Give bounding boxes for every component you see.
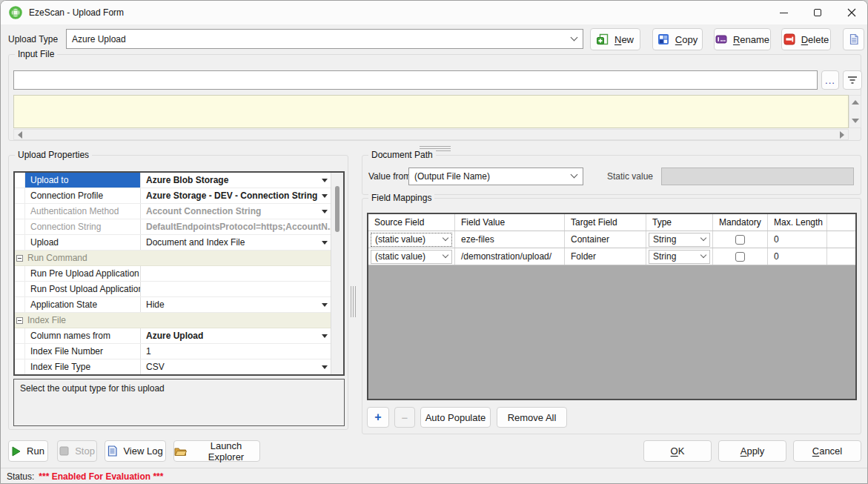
launch-explorer-button[interactable]: Launch Explorer bbox=[173, 440, 260, 462]
collapse-icon[interactable] bbox=[16, 255, 23, 262]
scroll-down-icon[interactable] bbox=[852, 119, 859, 123]
input-file-field[interactable] bbox=[13, 70, 818, 90]
property-value[interactable]: Azure Storage - DEV - Connection String bbox=[141, 188, 331, 203]
dropdown-arrow-icon[interactable] bbox=[322, 365, 328, 369]
property-name: Upload to bbox=[25, 173, 141, 188]
run-button[interactable]: Run bbox=[8, 440, 48, 462]
remove-mapping-button[interactable]: − bbox=[394, 407, 415, 428]
source-field-combobox[interactable]: (static value) bbox=[371, 250, 452, 264]
copy-button[interactable]: Copy bbox=[652, 28, 703, 50]
property-grid-rows: Upload toAzure Blob StorageConnection Pr… bbox=[15, 173, 331, 374]
field-mappings-table[interactable]: Source FieldField ValueTarget FieldTypeM… bbox=[367, 213, 857, 400]
property-row-column-names-from[interactable]: Column names fromAzure Upload bbox=[15, 328, 331, 344]
dropdown-arrow-icon[interactable] bbox=[322, 334, 328, 338]
property-row-connection-profile[interactable]: Connection ProfileAzure Storage - DEV - … bbox=[15, 188, 331, 204]
log-document-icon bbox=[107, 445, 117, 457]
source-field-cell: (static value) bbox=[368, 248, 455, 265]
upload-type-combobox[interactable]: Azure Upload bbox=[66, 29, 583, 49]
scroll-left-icon[interactable] bbox=[18, 131, 22, 139]
property-category-index-file[interactable]: Index File bbox=[15, 313, 331, 328]
notes-button[interactable] bbox=[843, 28, 864, 50]
property-row-upload-to[interactable]: Upload toAzure Blob Storage bbox=[15, 173, 331, 188]
delete-button[interactable]: Delete bbox=[781, 28, 831, 50]
file-list-horizontal-scrollbar[interactable] bbox=[13, 129, 849, 140]
field-value-cell[interactable]: /demonstration/upload/ bbox=[455, 248, 565, 265]
property-value[interactable] bbox=[141, 282, 331, 296]
max-length-cell[interactable]: 0 bbox=[768, 231, 827, 248]
target-field-cell[interactable]: Container bbox=[565, 231, 646, 248]
dropdown-arrow-icon[interactable] bbox=[322, 194, 328, 198]
rename-button[interactable]: Rename bbox=[714, 28, 771, 50]
property-value[interactable]: CSV bbox=[141, 359, 331, 374]
file-list-vertical-scrollbar[interactable] bbox=[849, 95, 861, 128]
upload-properties-label: Upload Properties bbox=[15, 150, 92, 160]
status-label: Status: bbox=[7, 471, 34, 482]
stop-icon bbox=[59, 446, 69, 456]
property-row-index-file-type[interactable]: Index File TypeCSV bbox=[15, 359, 331, 375]
property-grid[interactable]: Upload toAzure Blob StorageConnection Pr… bbox=[13, 171, 345, 376]
property-grid-scrollbar[interactable] bbox=[331, 173, 343, 374]
property-row-upload[interactable]: UploadDocument and Index File bbox=[15, 235, 331, 251]
add-mapping-button[interactable]: + bbox=[367, 407, 389, 428]
target-field-cell[interactable]: Folder bbox=[565, 248, 646, 265]
type-combobox[interactable]: String bbox=[649, 233, 710, 247]
apply-button[interactable]: Apply bbox=[718, 440, 786, 462]
property-row-run-post-upload-application[interactable]: Run Post Upload Application bbox=[15, 282, 331, 297]
property-name: Index File Type bbox=[25, 359, 141, 374]
dropdown-arrow-icon[interactable] bbox=[322, 179, 328, 182]
collapse-icon[interactable] bbox=[16, 317, 23, 324]
new-button[interactable]: New bbox=[590, 28, 640, 50]
property-row-connection-string[interactable]: Connection StringDefaultEndpointsProtoco… bbox=[15, 219, 331, 235]
ok-button[interactable]: OK bbox=[643, 440, 712, 462]
mandatory-cell bbox=[713, 248, 768, 265]
mapping-row-2[interactable]: (static value)/demonstration/upload/Fold… bbox=[368, 248, 855, 265]
property-name: Index File Number bbox=[25, 344, 141, 359]
property-row-index-file-number[interactable]: Index File Number1 bbox=[15, 344, 331, 359]
filter-button[interactable] bbox=[843, 70, 862, 90]
static-value-field bbox=[661, 168, 854, 185]
source-field-combobox[interactable]: (static value) bbox=[371, 233, 452, 247]
view-log-button[interactable]: View Log bbox=[105, 440, 166, 462]
property-value-text: CSV bbox=[146, 359, 317, 374]
property-row-application-state[interactable]: Application StateHide bbox=[15, 297, 331, 313]
property-row-run-pre-upload-application[interactable]: Run Pre Upload Application bbox=[15, 266, 331, 282]
property-value[interactable]: DefaultEndpointsProtocol=https;AccountN.… bbox=[141, 219, 331, 234]
mandatory-checkbox[interactable] bbox=[735, 252, 745, 262]
property-value[interactable]: Azure Blob Storage bbox=[141, 173, 331, 188]
stop-button[interactable]: Stop bbox=[57, 440, 97, 462]
auto-populate-button[interactable]: Auto Populate bbox=[420, 407, 491, 428]
max-length-cell[interactable]: 0 bbox=[768, 248, 827, 265]
field-value-cell[interactable]: eze-files bbox=[455, 231, 565, 248]
mapping-row-1[interactable]: (static value)eze-filesContainerString0 bbox=[368, 231, 855, 248]
scrollbar-thumb[interactable] bbox=[335, 186, 339, 232]
type-combobox[interactable]: String bbox=[649, 250, 710, 264]
remove-all-button[interactable]: Remove All bbox=[497, 407, 567, 428]
input-file-groupbox: Input File ... bbox=[8, 54, 861, 141]
property-value[interactable]: Account Connection String bbox=[141, 204, 331, 219]
titlebar[interactable]: EzeScan - Upload Form bbox=[1, 1, 867, 24]
minimize-icon bbox=[780, 13, 788, 13]
vertical-splitter[interactable] bbox=[351, 286, 357, 317]
property-value[interactable]: Hide bbox=[141, 297, 331, 312]
dropdown-arrow-icon[interactable] bbox=[322, 241, 328, 245]
browse-button[interactable]: ... bbox=[821, 70, 839, 90]
maximize-button[interactable] bbox=[801, 1, 835, 24]
value-from-combobox[interactable]: (Output File Name) bbox=[408, 168, 583, 185]
property-value[interactable]: Azure Upload bbox=[141, 328, 331, 343]
property-value-text: Azure Blob Storage bbox=[146, 173, 317, 188]
property-value[interactable]: 1 bbox=[141, 344, 331, 359]
minimize-button[interactable] bbox=[766, 1, 801, 24]
property-value[interactable] bbox=[141, 266, 331, 281]
property-category-run-command[interactable]: Run Command bbox=[15, 251, 331, 266]
dropdown-arrow-icon[interactable] bbox=[322, 210, 328, 213]
file-list[interactable] bbox=[13, 95, 849, 128]
property-value[interactable]: Document and Index File bbox=[141, 235, 331, 250]
cancel-button[interactable]: Cancel bbox=[793, 440, 861, 462]
close-button[interactable] bbox=[835, 1, 868, 24]
scroll-up-icon[interactable] bbox=[852, 100, 859, 105]
mandatory-checkbox[interactable] bbox=[735, 235, 745, 245]
maximize-icon bbox=[814, 9, 821, 16]
property-row-authentication-method[interactable]: Authentication MethodAccount Connection … bbox=[15, 204, 331, 219]
scroll-right-icon[interactable] bbox=[840, 131, 844, 139]
dropdown-arrow-icon[interactable] bbox=[322, 303, 328, 307]
